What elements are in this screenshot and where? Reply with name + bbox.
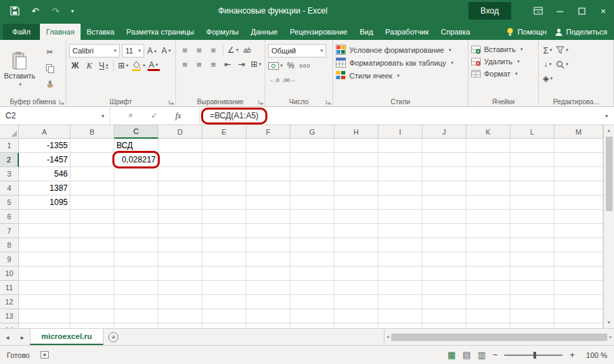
cell-L7[interactable] xyxy=(510,224,554,238)
cell-A4[interactable]: 1387 xyxy=(19,181,70,196)
cell-H2[interactable] xyxy=(334,153,378,167)
cell-C9[interactable] xyxy=(114,252,158,267)
cell-H8[interactable] xyxy=(334,238,378,252)
cell-H13[interactable] xyxy=(334,309,378,323)
cell-G9[interactable] xyxy=(290,252,334,267)
cell-D5[interactable] xyxy=(158,196,202,210)
cell-H14[interactable] xyxy=(334,323,378,328)
cell-M2[interactable] xyxy=(554,153,603,167)
column-header-F[interactable]: F xyxy=(246,125,290,139)
cell-F3[interactable] xyxy=(246,167,290,181)
cell-C8[interactable] xyxy=(114,238,158,252)
row-header-13[interactable]: 13 xyxy=(0,309,19,323)
column-header-K[interactable]: K xyxy=(466,125,510,139)
cell-B12[interactable] xyxy=(70,295,114,309)
minimize-button[interactable]: ─ xyxy=(549,0,571,22)
ribbon-display-options-button[interactable] xyxy=(527,0,549,22)
cell-D14[interactable] xyxy=(158,323,202,328)
zoom-slider-thumb[interactable] xyxy=(533,352,536,359)
cell-L12[interactable] xyxy=(510,295,554,309)
cell-L8[interactable] xyxy=(510,238,554,252)
cell-E3[interactable] xyxy=(202,167,246,181)
tab-file[interactable]: Файл xyxy=(3,24,40,40)
cell-I2[interactable] xyxy=(378,153,422,167)
cell-J10[interactable] xyxy=(422,267,466,281)
autosum-button[interactable]: Σ xyxy=(542,44,554,56)
maximize-button[interactable] xyxy=(571,0,592,22)
cell-H12[interactable] xyxy=(334,295,378,309)
cell-B7[interactable] xyxy=(70,224,114,238)
cell-M4[interactable] xyxy=(554,181,603,196)
cell-I11[interactable] xyxy=(378,281,422,295)
tab-help[interactable]: Справка xyxy=(435,24,476,40)
cell-F5[interactable] xyxy=(246,196,290,210)
cell-G7[interactable] xyxy=(290,224,334,238)
sort-filter-button[interactable] xyxy=(556,44,569,56)
insert-function-button[interactable]: fx xyxy=(175,111,181,121)
cell-D9[interactable] xyxy=(158,252,202,267)
cell-I10[interactable] xyxy=(378,267,422,281)
cell-C10[interactable] xyxy=(114,267,158,281)
paste-button[interactable]: Вставить xyxy=(3,42,37,96)
cell-E4[interactable] xyxy=(202,181,246,196)
redo-button[interactable]: ↷ xyxy=(47,2,64,20)
cell-H10[interactable] xyxy=(334,267,378,281)
cell-C2[interactable]: 0,028217 xyxy=(114,153,158,167)
tab-formulas[interactable]: Формулы xyxy=(200,24,245,40)
fill-button[interactable]: ↓ xyxy=(542,58,554,70)
cell-C14[interactable] xyxy=(114,323,158,328)
increase-decimal-button[interactable]: ←,0 xyxy=(268,74,280,86)
cell-G5[interactable] xyxy=(290,196,334,210)
cell-L14[interactable] xyxy=(510,323,554,328)
insert-cells-button[interactable]: Вставить xyxy=(471,45,535,54)
tab-data[interactable]: Данные xyxy=(244,24,284,40)
undo-button[interactable]: ↶ xyxy=(27,2,43,20)
cell-L2[interactable] xyxy=(510,153,554,167)
font-dialog-launcher[interactable] xyxy=(169,99,174,105)
cell-A12[interactable] xyxy=(19,295,70,309)
cell-D3[interactable] xyxy=(158,167,202,181)
cell-E14[interactable] xyxy=(202,323,246,328)
cell-L11[interactable] xyxy=(510,281,554,295)
cell-K1[interactable] xyxy=(466,139,510,153)
cell-J6[interactable] xyxy=(422,210,466,224)
increase-indent-button[interactable]: ⇥ xyxy=(236,58,248,70)
cell-F2[interactable] xyxy=(246,153,290,167)
cell-G2[interactable] xyxy=(290,153,334,167)
cell-K14[interactable] xyxy=(466,323,510,328)
save-button[interactable] xyxy=(7,2,23,20)
cell-G14[interactable] xyxy=(290,323,334,328)
cell-G13[interactable] xyxy=(290,309,334,323)
find-select-button[interactable] xyxy=(556,58,569,70)
cell-G6[interactable] xyxy=(290,210,334,224)
cell-D10[interactable] xyxy=(158,267,202,281)
cell-D4[interactable] xyxy=(158,181,202,196)
cell-J7[interactable] xyxy=(422,224,466,238)
cell-F9[interactable] xyxy=(246,252,290,267)
cell-M14[interactable] xyxy=(554,323,603,328)
cell-A9[interactable] xyxy=(19,252,70,267)
select-all-button[interactable] xyxy=(0,125,19,139)
cell-A13[interactable] xyxy=(19,309,70,323)
cell-K9[interactable] xyxy=(466,252,510,267)
page-layout-view-button[interactable]: ▤ xyxy=(462,350,470,360)
cell-D8[interactable] xyxy=(158,238,202,252)
cell-F14[interactable] xyxy=(246,323,290,328)
cell-A2[interactable]: -1457 xyxy=(19,153,70,167)
cell-G8[interactable] xyxy=(290,238,334,252)
cell-I9[interactable] xyxy=(378,252,422,267)
cell-A3[interactable]: 546 xyxy=(19,167,70,181)
row-header-7[interactable]: 7 xyxy=(0,224,19,238)
cell-M8[interactable] xyxy=(554,238,603,252)
cell-H11[interactable] xyxy=(334,281,378,295)
cell-H1[interactable] xyxy=(334,139,378,153)
cell-A10[interactable] xyxy=(19,267,70,281)
assistant-button[interactable]: Помощн xyxy=(506,27,546,37)
cell-I7[interactable] xyxy=(378,224,422,238)
column-header-B[interactable]: B xyxy=(70,125,114,139)
cell-K5[interactable] xyxy=(466,196,510,210)
row-header-9[interactable]: 9 xyxy=(0,252,19,267)
cell-M11[interactable] xyxy=(554,281,603,295)
comma-style-button[interactable]: 000 xyxy=(299,60,311,72)
cell-G12[interactable] xyxy=(290,295,334,309)
